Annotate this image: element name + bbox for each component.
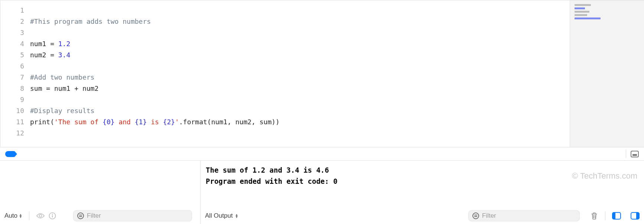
filter-icon: [77, 212, 84, 219]
code-line[interactable]: num2 = 3.4: [30, 49, 570, 61]
output-filter-label: All Output: [205, 212, 233, 220]
filter-placeholder: Filter: [482, 212, 496, 220]
debug-bottom-section: Auto ▲▼ Filter The sum of 1.2 and 3.4 is…: [0, 161, 644, 224]
console-toolbar: All Output ▲▼ Filter: [201, 208, 644, 224]
eye-icon[interactable]: [36, 213, 45, 219]
minimap-row: [575, 14, 587, 16]
output-filter-selector[interactable]: All Output ▲▼: [205, 212, 238, 220]
code-line[interactable]: [30, 27, 570, 38]
line-number-gutter: 123456789101112: [0, 0, 30, 147]
filter-placeholder: Filter: [87, 212, 101, 220]
line-number: 5: [0, 49, 30, 61]
minimap-row: [575, 4, 591, 6]
svg-point-1: [52, 214, 53, 215]
right-pane-toggle[interactable]: [631, 212, 640, 220]
code-line[interactable]: [30, 5, 570, 16]
minimap-row: [575, 7, 585, 9]
scope-label: Auto: [4, 212, 17, 220]
code-line[interactable]: [30, 94, 570, 105]
variables-panel: Auto ▲▼ Filter: [0, 161, 201, 224]
code-content[interactable]: #This program adds two numbersnum1 = 1.2…: [30, 0, 570, 147]
scope-selector[interactable]: Auto ▲▼: [4, 212, 22, 220]
line-number: 6: [0, 61, 30, 72]
line-number: 9: [0, 94, 30, 105]
watermark: © TechTerms.com: [572, 171, 637, 181]
line-number: 11: [0, 116, 30, 128]
console-filter-input[interactable]: Filter: [468, 210, 580, 221]
minimap-row: [575, 17, 601, 19]
code-line[interactable]: print('The sum of {0} and {1} is {2}'.fo…: [30, 116, 570, 128]
line-number: 3: [0, 27, 30, 38]
editor-top-section: 123456789101112 #This program adds two n…: [0, 0, 644, 147]
code-line[interactable]: [30, 128, 570, 139]
code-editor[interactable]: 123456789101112 #This program adds two n…: [0, 0, 570, 147]
line-number: 7: [0, 72, 30, 83]
console-panel: The sum of 1.2 and 3.4 is 4.6 Program en…: [201, 161, 644, 224]
console-output[interactable]: The sum of 1.2 and 3.4 is 4.6 Program en…: [201, 161, 644, 208]
code-line[interactable]: num1 = 1.2: [30, 38, 570, 49]
svg-rect-2: [52, 215, 53, 218]
trash-icon[interactable]: [590, 211, 598, 220]
line-number: 4: [0, 38, 30, 49]
line-number: 12: [0, 128, 30, 139]
updown-icon: ▲▼: [19, 214, 22, 218]
line-number: 1: [0, 5, 30, 16]
panel-toggle-icon[interactable]: [631, 151, 639, 157]
code-line[interactable]: #Display results: [30, 105, 570, 116]
code-line[interactable]: #Add two numbers: [30, 72, 570, 83]
line-number: 2: [0, 16, 30, 27]
breakpoint-indicator[interactable]: [5, 151, 15, 157]
line-number: 8: [0, 83, 30, 94]
code-line[interactable]: #This program adds two numbers: [30, 16, 570, 27]
variables-filter-input[interactable]: Filter: [73, 210, 192, 221]
debug-bar: [0, 147, 644, 161]
info-icon[interactable]: [49, 212, 56, 220]
variables-toolbar: Auto ▲▼ Filter: [0, 208, 200, 224]
updown-icon: ▲▼: [235, 214, 238, 218]
code-line[interactable]: sum = num1 + num2: [30, 83, 570, 94]
line-number: 10: [0, 105, 30, 116]
minimap[interactable]: [570, 0, 644, 147]
minimap-row: [575, 11, 589, 13]
filter-icon: [472, 212, 479, 219]
code-line[interactable]: [30, 61, 570, 72]
left-pane-toggle[interactable]: [612, 212, 621, 220]
